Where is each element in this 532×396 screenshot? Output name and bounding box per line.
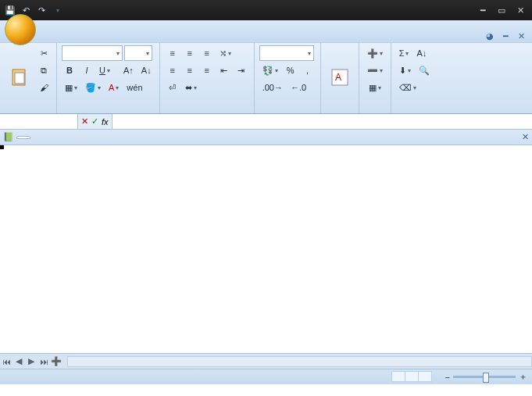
ribbon: ✂ ⧉ 🖌 B I U A↑ A↓ xyxy=(0,42,532,114)
enter-formula-icon[interactable]: ✓ xyxy=(91,116,98,127)
format-cells-button[interactable]: ▦ xyxy=(364,80,386,95)
fill-button[interactable]: ⬇ xyxy=(396,62,414,78)
sort-filter-button[interactable]: A↓ xyxy=(413,45,430,61)
zoom-out-icon[interactable]: − xyxy=(445,373,450,382)
align-bottom-button[interactable]: ≡ xyxy=(199,45,215,61)
office-button[interactable] xyxy=(5,14,36,45)
group-label-styles xyxy=(326,111,354,112)
group-cells: ➕ ➖ ▦ xyxy=(359,43,391,113)
group-label-cells xyxy=(364,111,386,112)
workbook-tab-bar: 📗 ✕ xyxy=(0,130,532,145)
cell-styles-button[interactable]: A xyxy=(326,45,354,111)
ribbon-close-icon[interactable]: ✕ xyxy=(515,30,527,42)
group-clipboard: ✂ ⧉ 🖌 xyxy=(0,43,57,113)
bold-button[interactable]: B xyxy=(62,62,77,78)
status-bar: − ＋ xyxy=(0,369,532,384)
group-font: B I U A↑ A↓ ▦ 🪣 A wén xyxy=(57,43,160,113)
redo-icon[interactable]: ↷ xyxy=(34,3,48,17)
sheet-nav-next-icon[interactable]: ▶ xyxy=(25,356,37,366)
comma-style-button[interactable]: , xyxy=(300,62,316,78)
phonetic-button[interactable]: wén xyxy=(123,80,145,95)
zoom-in-icon[interactable]: ＋ xyxy=(519,371,527,383)
formula-input[interactable] xyxy=(112,114,532,129)
percent-style-button[interactable]: % xyxy=(283,62,298,78)
find-select-button[interactable]: 🔍 xyxy=(416,62,433,78)
decrease-decimal-button[interactable]: ←.0 xyxy=(287,80,309,95)
workbook-close-icon[interactable]: ✕ xyxy=(522,132,529,142)
zoom-slider[interactable] xyxy=(453,376,516,378)
align-left-button[interactable]: ≡ xyxy=(165,62,180,78)
group-label-font xyxy=(62,111,155,112)
format-painter-button[interactable]: 🖌 xyxy=(36,80,52,95)
formula-bar: ✕ ✓ fx xyxy=(0,114,532,130)
sheet-tab-bar: ⏮ ◀ ▶ ⏭ ➕ xyxy=(0,353,532,369)
view-buttons[interactable] xyxy=(391,371,431,384)
align-center-button[interactable]: ≡ xyxy=(182,62,198,78)
align-middle-button[interactable]: ≡ xyxy=(182,45,198,61)
sheet-nav-first-icon[interactable]: ⏮ xyxy=(0,357,12,366)
svg-text:A: A xyxy=(335,72,341,83)
fx-icon[interactable]: fx xyxy=(102,117,109,127)
underline-button[interactable]: U xyxy=(96,62,113,78)
group-number: 💱 % , .00→ ←.0 xyxy=(255,43,321,113)
orientation-button[interactable]: ⤭ xyxy=(216,45,234,61)
maximize-icon[interactable]: ▭ xyxy=(493,4,510,16)
cancel-formula-icon[interactable]: ✕ xyxy=(81,116,88,127)
accounting-format-button[interactable]: 💱 xyxy=(259,62,281,78)
shrink-font-button[interactable]: A↓ xyxy=(138,62,155,78)
paste-icon xyxy=(9,68,28,87)
merge-center-button[interactable]: ⬌ xyxy=(182,80,200,95)
group-label-clipboard xyxy=(5,111,52,112)
svg-rect-1 xyxy=(15,73,24,84)
insert-cells-button[interactable]: ➕ xyxy=(364,45,386,61)
autosum-button[interactable]: Σ xyxy=(396,45,412,61)
align-right-button[interactable]: ≡ xyxy=(199,62,215,78)
group-label-align xyxy=(165,111,249,112)
ribbon-tabs: ◕ ━ ✕ xyxy=(0,20,532,42)
ribbon-minimize-icon[interactable]: ━ xyxy=(499,30,512,42)
font-color-button[interactable]: A xyxy=(105,80,122,95)
worksheet-grid[interactable] xyxy=(0,145,532,353)
name-box[interactable] xyxy=(0,114,78,129)
workbook-icon: 📗 xyxy=(3,132,14,142)
ribbon-help-icon[interactable]: ◕ xyxy=(484,30,496,42)
increase-decimal-button[interactable]: .00→ xyxy=(259,80,286,95)
group-label-number xyxy=(259,111,316,112)
group-label-editing xyxy=(396,111,433,112)
align-top-button[interactable]: ≡ xyxy=(165,45,180,61)
group-styles: A xyxy=(321,43,359,113)
fill-color-button[interactable]: 🪣 xyxy=(82,80,104,95)
delete-cells-button[interactable]: ➖ xyxy=(364,62,386,78)
number-format-combo[interactable] xyxy=(259,45,314,61)
title-bar: 💾 ↶ ↷ ━ ▭ ✕ xyxy=(0,0,532,20)
quick-access-toolbar: 💾 ↶ ↷ xyxy=(3,3,64,17)
increase-indent-button[interactable]: ⇥ xyxy=(234,62,249,78)
group-alignment: ≡ ≡ ≡ ⤭ ≡ ≡ ≡ ⇤ ⇥ ⏎ ⬌ xyxy=(160,43,255,113)
decrease-indent-button[interactable]: ⇤ xyxy=(216,62,232,78)
horizontal-scrollbar[interactable] xyxy=(67,356,532,367)
sheet-nav-prev-icon[interactable]: ◀ xyxy=(12,356,25,366)
zoom-control[interactable]: − ＋ xyxy=(442,371,527,383)
font-name-combo[interactable] xyxy=(62,45,123,61)
group-editing: ΣA↓ ⬇🔍 ⌫ xyxy=(391,43,437,113)
close-icon[interactable]: ✕ xyxy=(512,4,529,16)
window-buttons: ━ ▭ ✕ xyxy=(474,4,529,16)
sheet-nav-last-icon[interactable]: ⏭ xyxy=(37,357,50,366)
qat-more-icon[interactable] xyxy=(50,3,64,17)
font-size-combo[interactable] xyxy=(124,45,152,61)
grow-font-button[interactable]: A↑ xyxy=(120,62,137,78)
paste-button[interactable] xyxy=(5,45,33,111)
copy-button[interactable]: ⧉ xyxy=(36,62,52,78)
italic-button[interactable]: I xyxy=(79,62,95,78)
workbook-tab[interactable] xyxy=(16,136,30,139)
styles-icon: A xyxy=(330,68,349,87)
new-sheet-icon[interactable]: ➕ xyxy=(50,356,62,366)
borders-button[interactable]: ▦ xyxy=(62,80,80,95)
wrap-text-button[interactable]: ⏎ xyxy=(165,80,180,95)
clear-button[interactable]: ⌫ xyxy=(396,80,420,95)
cut-button[interactable]: ✂ xyxy=(36,45,52,61)
minimize-icon[interactable]: ━ xyxy=(474,4,491,16)
